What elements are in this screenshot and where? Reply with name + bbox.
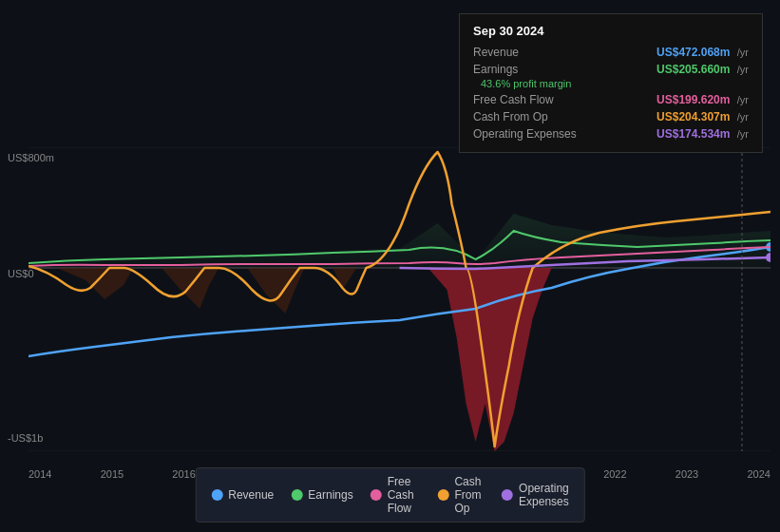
tooltip-opex-unit: /yr <box>737 128 749 140</box>
legend-cashop-dot <box>437 489 448 501</box>
legend-opex[interactable]: Operating Expenses <box>502 475 569 515</box>
tooltip-cashop-value: US$204.307m <box>656 110 730 124</box>
tooltip-date: Sep 30 2024 <box>473 24 749 38</box>
legend-revenue[interactable]: Revenue <box>211 475 274 515</box>
legend-earnings-dot <box>291 489 302 501</box>
chart-legend: Revenue Earnings Free Cash Flow Cash Fro… <box>195 467 585 522</box>
x-label-2022: 2022 <box>603 468 626 480</box>
legend-fcf-label: Free Cash Flow <box>388 475 421 515</box>
svg-rect-0 <box>29 147 770 451</box>
tooltip-fcf-label: Free Cash Flow <box>473 93 554 106</box>
legend-revenue-label: Revenue <box>228 488 274 502</box>
tooltip-opex-row: Operating Expenses US$174.534m /yr <box>473 125 749 142</box>
tooltip-opex-label: Operating Expenses <box>473 127 577 141</box>
tooltip-cashop-label: Cash From Op <box>473 110 548 124</box>
tooltip-earnings-unit: /yr <box>737 64 749 75</box>
x-label-2014: 2014 <box>29 468 51 480</box>
legend-earnings-label: Earnings <box>308 488 352 502</box>
tooltip-revenue-value: US$472.068m <box>656 46 730 59</box>
tooltip-margin: 43.6% profit margin <box>473 78 749 91</box>
tooltip-opex-value: US$174.534m <box>656 127 730 141</box>
x-label-2024: 2024 <box>747 468 770 480</box>
chart-container: Sep 30 2024 Revenue US$472.068m /yr Earn… <box>0 0 780 532</box>
legend-opex-dot <box>502 489 513 501</box>
tooltip-cashop-unit: /yr <box>737 111 749 123</box>
tooltip-fcf-row: Free Cash Flow US$199.620m /yr <box>473 91 749 108</box>
x-label-2015: 2015 <box>101 468 124 480</box>
legend-fcf[interactable]: Free Cash Flow <box>371 475 421 515</box>
legend-opex-label: Operating Expenses <box>519 482 569 508</box>
tooltip-fcf-value: US$199.620m <box>656 93 730 106</box>
x-label-2023: 2023 <box>675 468 698 480</box>
tooltip-revenue-unit: /yr <box>737 47 749 58</box>
chart-svg <box>29 147 770 451</box>
x-label-2016: 2016 <box>172 468 195 480</box>
tooltip-earnings-row: Earnings US$205.660m /yr <box>473 61 749 78</box>
legend-cashop-label: Cash From Op <box>454 475 485 515</box>
tooltip-cashop-row: Cash From Op US$204.307m /yr <box>473 108 749 125</box>
legend-cashop[interactable]: Cash From Op <box>437 475 485 515</box>
legend-earnings[interactable]: Earnings <box>291 475 352 515</box>
tooltip-fcf-unit: /yr <box>737 94 749 105</box>
tooltip-earnings-label: Earnings <box>473 63 518 76</box>
legend-revenue-dot <box>211 489 222 501</box>
tooltip-revenue-label: Revenue <box>473 46 519 59</box>
tooltip-revenue-row: Revenue US$472.068m /yr <box>473 44 749 61</box>
legend-fcf-dot <box>371 489 382 501</box>
tooltip-earnings-value: US$205.660m <box>656 63 730 76</box>
tooltip-box: Sep 30 2024 Revenue US$472.068m /yr Earn… <box>459 13 763 153</box>
